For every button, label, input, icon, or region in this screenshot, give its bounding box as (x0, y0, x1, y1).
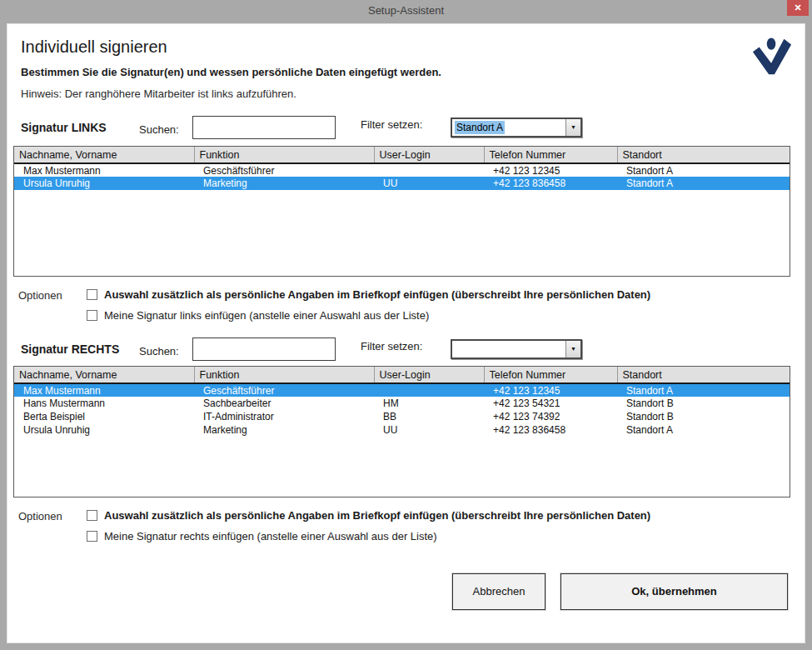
section-title-links: Signatur LINKS (21, 121, 107, 134)
table-row[interactable]: Max Mustermann Geschäftsführer +42 123 1… (14, 163, 790, 177)
option-row: Meine Signatur rechts einfügen (anstelle… (87, 530, 437, 542)
checkbox-label: Meine Signatur rechts einfügen (anstelle… (104, 530, 437, 542)
dialog-panel: Individuell signieren Bestimmen Sie die … (7, 23, 805, 643)
dialog-subtitle: Bestimmen Sie die Signatur(en) und wesse… (21, 66, 441, 78)
page-title: Individuell signieren (21, 38, 167, 57)
cell-funktion: Geschäftsführer (194, 383, 374, 397)
column-header-funktion[interactable]: Funktion (194, 147, 374, 163)
option-row: Auswahl zusätzlich als persönliche Angab… (87, 509, 650, 522)
column-header-login[interactable]: User-Login (374, 147, 484, 163)
search-input-links[interactable] (192, 116, 336, 139)
cell-standort: Standort B (617, 397, 790, 410)
cell-name: Berta Beispiel (14, 410, 194, 423)
company-logo-icon (751, 36, 793, 78)
table-row[interactable]: Berta Beispiel IT-Administrator BB +42 1… (14, 410, 790, 423)
column-header-standort[interactable]: Standort (617, 367, 790, 383)
cell-funktion: Marketing (194, 423, 374, 437)
cell-name: Max Mustermann (14, 383, 194, 397)
cell-standort: Standort A (617, 383, 790, 397)
options-label-links: Optionen (18, 289, 62, 302)
cell-login: BB (374, 410, 484, 423)
ok-button[interactable]: Ok, übernehmen (560, 573, 788, 610)
cell-telefon: +42 123 12345 (484, 163, 617, 177)
chevron-down-icon[interactable]: ▼ (565, 341, 580, 358)
cell-funktion: IT-Administrator (194, 410, 374, 423)
checkbox-briefkopf-links[interactable] (87, 289, 97, 300)
column-header-login[interactable]: User-Login (374, 367, 484, 383)
table-header-row: Nachname, Vorname Funktion User-Login Te… (14, 367, 790, 383)
options-label-rechts: Optionen (18, 510, 62, 522)
checkbox-label: Meine Signatur links einfügen (anstelle … (104, 309, 429, 322)
cell-standort: Standort A (617, 423, 790, 437)
checkbox-label: Auswahl zusätzlich als persönliche Angab… (104, 509, 650, 522)
column-header-telefon[interactable]: Telefon Nummer (484, 367, 617, 383)
section-title-rechts: Signatur RECHTS (21, 342, 119, 356)
cell-login: UU (374, 423, 484, 437)
filter-dropdown-links[interactable]: Standort A ▼ (451, 118, 582, 138)
cell-name: Ursula Unruhig (14, 423, 194, 437)
filter-label-rechts: Filter setzen: (361, 340, 422, 352)
cell-telefon: +42 123 54321 (484, 397, 617, 410)
signature-table-links: Nachname, Vorname Funktion User-Login Te… (13, 146, 790, 277)
cell-login: UU (374, 177, 484, 190)
checkbox-meine-signatur-links[interactable] (87, 310, 97, 321)
checkbox-label: Auswahl zusätzlich als persönliche Angab… (104, 288, 650, 301)
signature-table-rechts: Nachname, Vorname Funktion User-Login Te… (13, 366, 790, 498)
cell-telefon: +42 123 74392 (484, 410, 617, 423)
cell-funktion: Marketing (194, 177, 374, 190)
cell-login (374, 383, 484, 397)
table-row-selected[interactable]: Ursula Unruhig Marketing UU +42 123 8364… (14, 177, 790, 190)
cell-standort: Standort A (617, 177, 790, 190)
cancel-button[interactable]: Abbrechen (452, 573, 545, 610)
table-header-row: Nachname, Vorname Funktion User-Login Te… (14, 147, 790, 163)
table-row-selected[interactable]: Max Mustermann Geschäftsführer +42 123 1… (14, 383, 790, 397)
column-header-telefon[interactable]: Telefon Nummer (484, 147, 617, 163)
checkbox-meine-signatur-rechts[interactable] (87, 531, 97, 542)
dialog-hint: Hinweis: Der ranghöhere Mitarbeiter ist … (21, 88, 296, 100)
search-label-rechts: Suchen: (139, 345, 179, 358)
filter-label-links: Filter setzen: (361, 118, 422, 131)
cell-name: Ursula Unruhig (14, 177, 194, 190)
cell-telefon: +42 123 12345 (484, 383, 617, 397)
column-header-standort[interactable]: Standort (617, 147, 790, 163)
search-label-links: Suchen: (139, 123, 179, 136)
cell-standort: Standort A (617, 163, 790, 177)
column-header-nachname[interactable]: Nachname, Vorname (14, 367, 194, 383)
option-row: Auswahl zusätzlich als persönliche Angab… (87, 288, 650, 301)
cell-standort: Standort B (617, 410, 790, 423)
cell-telefon: +42 123 836458 (484, 423, 617, 437)
search-input-rechts[interactable] (192, 338, 336, 361)
column-header-funktion[interactable]: Funktion (194, 367, 374, 383)
window-title: Setup-Assistent (0, 4, 812, 17)
filter-dropdown-links-value: Standort A (455, 121, 505, 134)
cell-name: Hans Mustermann (14, 397, 194, 410)
checkbox-briefkopf-rechts[interactable] (87, 510, 97, 521)
table-row[interactable]: Ursula Unruhig Marketing UU +42 123 8364… (14, 423, 790, 437)
option-row: Meine Signatur links einfügen (anstelle … (87, 309, 429, 322)
close-icon[interactable]: ✕ (787, 0, 809, 16)
cell-funktion: Sachbearbeiter (194, 397, 374, 410)
cell-name: Max Mustermann (14, 163, 194, 177)
cell-login: HM (374, 397, 484, 410)
cell-funktion: Geschäftsführer (194, 163, 374, 177)
window-titlebar[interactable]: Setup-Assistent ✕ (0, 0, 812, 23)
chevron-down-icon[interactable]: ▼ (565, 119, 580, 136)
table-row[interactable]: Hans Mustermann Sachbearbeiter HM +42 12… (14, 397, 790, 410)
column-header-nachname[interactable]: Nachname, Vorname (14, 147, 194, 163)
cell-telefon: +42 123 836458 (484, 177, 617, 190)
filter-dropdown-rechts[interactable]: ▼ (451, 339, 582, 359)
cell-login (374, 163, 484, 177)
